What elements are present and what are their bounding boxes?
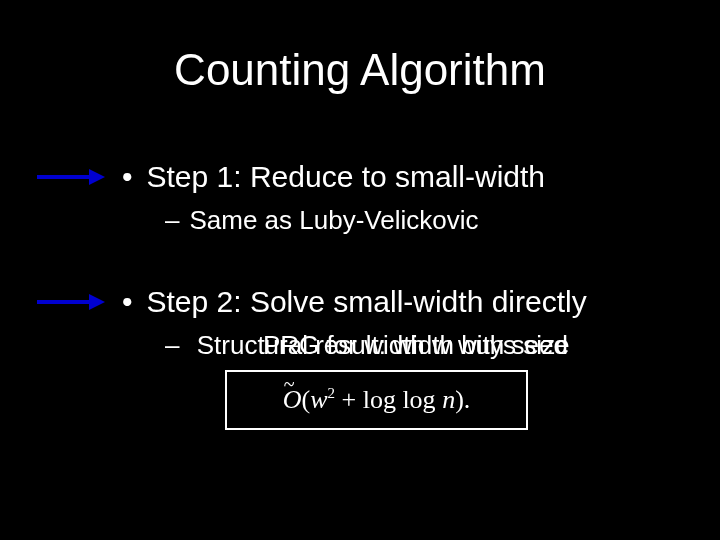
dash: –: [165, 205, 179, 236]
formula-box: ~ O(w2 + log log n).: [225, 370, 528, 430]
step-1-sub: – Same as Luby-Velickovic: [165, 205, 479, 236]
tilde: ~: [284, 373, 295, 396]
bullet-dot: •: [122, 287, 133, 317]
formula: ~ O(w2 + log log n).: [283, 385, 471, 415]
step-1-label: Step 1: Reduce to small-width: [147, 160, 546, 194]
paren-open: (: [301, 385, 310, 414]
step-2: • Step 2: Solve small-width directly: [122, 285, 587, 319]
formula-n: n: [442, 385, 455, 414]
paren-close: ).: [455, 385, 470, 414]
arrow-icon: [37, 298, 107, 306]
bullet-dot: •: [122, 162, 133, 192]
step-2-label: Step 2: Solve small-width directly: [147, 285, 587, 319]
arrow-head: [89, 294, 105, 310]
slide-title: Counting Algorithm: [0, 45, 720, 95]
slide: Counting Algorithm • Step 1: Reduce to s…: [0, 0, 720, 540]
formula-w: w: [310, 385, 327, 414]
formula-plus: +: [335, 385, 363, 414]
step-2-sub-overlap: – Structural result: width buys size PRG…: [165, 330, 570, 361]
arrow-icon: [37, 173, 107, 181]
formula-loglog: log log: [363, 385, 436, 414]
arrow-line: [37, 300, 91, 304]
step-1: • Step 1: Reduce to small-width: [122, 160, 545, 194]
dash: –: [165, 330, 179, 360]
formula-exp: 2: [328, 385, 336, 401]
arrow-head: [89, 169, 105, 185]
arrow-line: [37, 175, 91, 179]
step-2-sub-b: PRG for width w with seed: [263, 330, 568, 361]
step-1-sub-label: Same as Luby-Velickovic: [189, 205, 478, 236]
